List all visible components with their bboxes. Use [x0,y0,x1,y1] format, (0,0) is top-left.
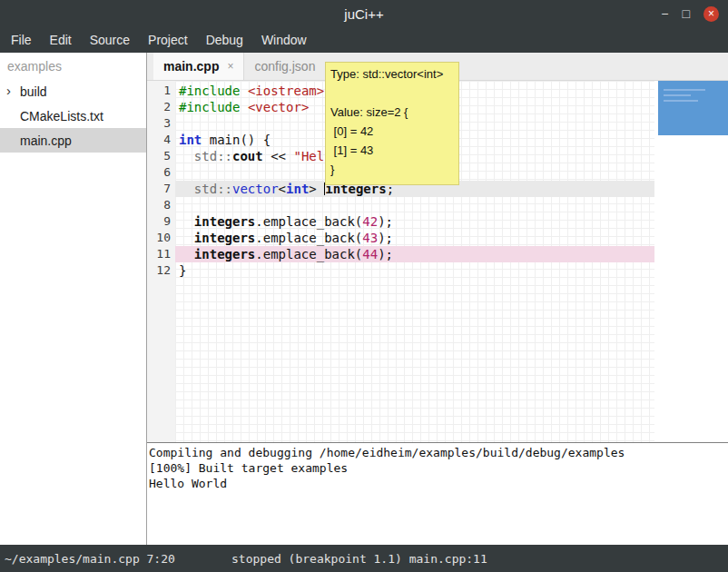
menu-bar: FileEditSourceProjectDebugWindow [0,27,728,53]
main-area: examples ›buildCMakeLists.txtmain.cpp ma… [0,53,728,545]
sidebar-header: examples [0,53,146,79]
code-token: } [179,263,186,278]
code-line-9[interactable]: integers.emplace_back(42); [175,213,654,230]
code-token: .emplace_back( [255,231,362,245]
code-token: std [194,149,217,163]
code-token: integers [194,247,255,261]
line-number-11[interactable]: 11 [147,246,175,262]
maximize-button[interactable]: □ [683,7,690,20]
code-token: int [179,133,202,147]
tab-main-cpp[interactable]: main.cpp× [153,53,244,80]
line-number-6[interactable]: 6 [147,164,175,181]
code-token: 42 [362,214,378,229]
code-token: :: [217,182,232,196]
code-token: > [309,182,316,196]
code-token [240,84,247,98]
app-window: juCi++ − □ × FileEditSourceProjectDebugW… [0,0,728,572]
code-line-8[interactable] [175,197,654,213]
tree-item-main-cpp[interactable]: main.cpp [0,128,146,153]
tab-close-icon[interactable]: × [227,60,233,73]
code-token: :: [217,149,232,163]
code-token: int [286,182,309,196]
code-token: << [263,149,294,163]
code-token [179,247,194,261]
tree-item-cmakelists-txt[interactable]: CMakeLists.txt [0,104,146,128]
tree-item-build[interactable]: ›build [0,79,146,104]
code-token: < [279,182,286,196]
tooltip-value-line: } [330,160,454,179]
line-number-10[interactable]: 10 [147,230,175,246]
editor-right-margin [654,81,728,442]
code-token: integers [194,214,255,229]
tab-label: main.cpp [163,59,219,74]
code-token: vector [232,182,279,196]
tooltip-value-line: [0] = 42 [330,122,454,141]
line-number-12[interactable]: 12 [147,262,175,279]
line-number-7[interactable]: 7 [147,181,175,197]
line-number-1[interactable]: 1 [147,83,175,99]
code-token: .emplace_back( [255,214,362,229]
line-number-3[interactable]: 3 [147,115,175,132]
tooltip-value: Value: size=2 { [0] = 42 [1] = 43} [326,103,458,184]
code-token: ); [378,214,393,229]
line-number-8[interactable]: 8 [147,197,175,213]
code-token: integers [194,231,255,245]
tooltip-value-line: [1] = 43 [330,141,454,160]
tree-item-label: main.cpp [20,133,72,148]
code-token: std [194,182,217,196]
line-number-5[interactable]: 5 [147,148,175,164]
overview-content-line [664,89,705,91]
code-token: <iostream> [248,84,324,98]
code-token [179,231,194,245]
line-number-4[interactable]: 4 [147,132,175,148]
chevron-right-icon[interactable]: › [6,83,11,98]
tree-item-label: build [20,84,47,99]
close-button[interactable]: × [703,6,719,22]
output-line: Hello World [149,476,728,491]
editor-panel: main.cpp×config.json 123456789101112 #in… [147,53,728,545]
menu-item-debug[interactable]: Debug [197,27,252,53]
line-number-gutter: 123456789101112 [147,81,175,442]
file-sidebar: examples ›buildCMakeLists.txtmain.cpp [0,53,147,545]
debug-value-tooltip: Type: std::vector<int> Value: size=2 { [… [325,62,459,185]
code-token: #include [179,84,240,98]
tab-config-json[interactable]: config.json [244,53,325,80]
tooltip-value-line: Value: size=2 { [330,103,454,122]
menu-item-window[interactable]: Window [252,27,316,53]
code-token: "Hel [293,149,324,163]
overview-content-line [664,100,698,102]
code-token [179,149,194,163]
menu-item-project[interactable]: Project [139,27,197,53]
code-line-11[interactable]: integers.emplace_back(44); [175,246,654,262]
window-title: juCi++ [0,6,728,22]
code-token: ); [378,231,393,245]
code-token [317,182,324,196]
code-token: main() { [202,133,271,147]
menu-item-edit[interactable]: Edit [41,27,81,53]
tooltip-type-line: Type: std::vector<int> [326,63,458,81]
code-token [179,182,194,196]
status-cursor-position: ~/examples/main.cpp 7:20 [5,552,175,566]
code-token: ); [378,247,393,261]
window-controls: − □ × [661,6,728,22]
menu-item-source[interactable]: Source [81,27,139,53]
minimize-button[interactable]: − [661,7,668,20]
code-token: 44 [362,247,378,261]
code-token: cout [232,149,263,163]
code-line-12[interactable]: } [175,262,654,279]
output-line: Compiling and debugging /home/eidheim/ex… [149,445,728,460]
tab-label: config.json [254,59,315,74]
line-number-2[interactable]: 2 [147,99,175,115]
code-token: <vector> [248,100,309,114]
code-token: .emplace_back( [255,247,362,261]
title-bar[interactable]: juCi++ − □ × [0,0,728,27]
overview-content-line [664,94,691,96]
output-pane[interactable]: Compiling and debugging /home/eidheim/ex… [147,442,728,545]
code-token [240,100,247,114]
code-line-10[interactable]: integers.emplace_back(43); [175,230,654,246]
menu-item-file[interactable]: File [2,27,41,53]
code-token: #include [179,100,240,114]
tree-item-label: CMakeLists.txt [20,109,103,123]
line-number-9[interactable]: 9 [147,213,175,230]
scroll-overview-thumbnail[interactable] [658,81,728,135]
